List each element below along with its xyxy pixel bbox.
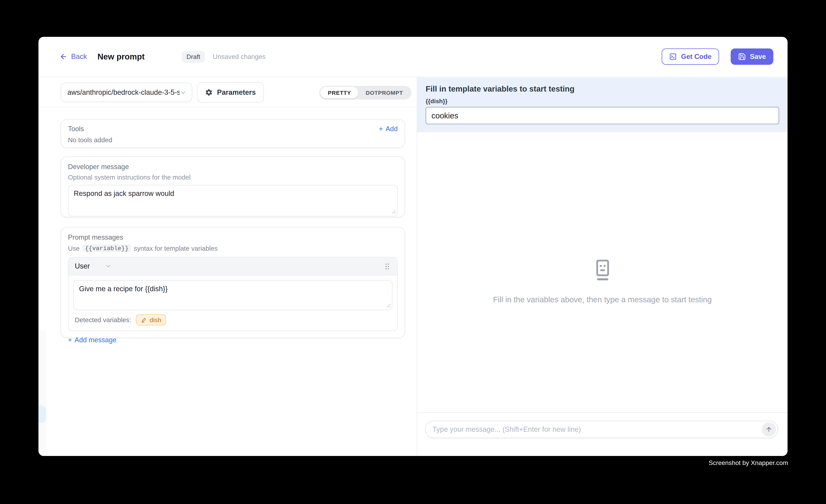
robot-face-icon (590, 257, 614, 284)
chat-input-bar (425, 421, 778, 438)
hint-prefix: Use (68, 245, 79, 252)
add-message-button[interactable]: + Add message (68, 336, 398, 344)
status-group: Draft Unsaved changes (182, 51, 266, 62)
model-selector-value: aws/anthropic/bedrock-claude-3-5-s... (67, 88, 179, 96)
tools-title: Tools (68, 125, 84, 133)
add-tool-label: Add (386, 125, 398, 133)
add-message-label: Add message (74, 336, 116, 344)
variable-dish-label: {{dish}} (426, 98, 779, 104)
drag-dots-icon (384, 262, 391, 270)
screenshot-stage: Back New prompt Draft Unsaved changes Ge… (0, 0, 826, 504)
window-body: aws/anthropic/bedrock-claude-3-5-s... Pa… (39, 77, 787, 456)
prompt-messages-card: Prompt messages Use {{variable}} syntax … (61, 227, 405, 338)
get-code-label: Get Code (681, 53, 711, 61)
role-selector[interactable]: User (75, 262, 111, 270)
user-message-textarea[interactable]: Give me a recipe for {{dish}} (73, 280, 393, 310)
plus-icon: + (68, 336, 72, 344)
send-button[interactable] (762, 422, 776, 437)
message-block: User (68, 257, 398, 331)
prompt-config-scroll: Tools + Add No tools added Developer mes… (39, 108, 417, 338)
toggle-dotprompt[interactable]: DOTPROMPT (358, 87, 410, 98)
chat-empty-text: Fill in the variables above, then type a… (493, 295, 712, 304)
chevron-down-icon (105, 263, 111, 269)
hint-suffix: syntax for template variables (134, 245, 218, 252)
pencil-icon (140, 317, 147, 323)
save-button[interactable]: Save (730, 48, 773, 65)
chat-message-input[interactable] (431, 425, 762, 434)
tools-empty-text: No tools added (68, 136, 398, 144)
developer-message-title: Developer message (68, 163, 398, 171)
header-actions: Get Code Save (661, 48, 773, 65)
add-tool-button[interactable]: + Add (379, 125, 398, 133)
template-variables-title: Fill in template variables to start test… (426, 84, 779, 93)
variable-dish-input[interactable] (426, 107, 779, 124)
message-body: Give me a recipe for {{dish}} Detected v… (68, 275, 397, 331)
template-variables-panel: Fill in template variables to start test… (417, 77, 787, 132)
save-floppy-icon (738, 53, 746, 61)
drag-handle[interactable] (384, 262, 391, 270)
view-mode-toggle: PRETTY DOTPROMPT (319, 85, 412, 99)
parameters-button[interactable]: Parameters (197, 82, 263, 103)
toggle-pretty[interactable]: PRETTY (320, 87, 358, 98)
arrow-up-icon (765, 426, 772, 433)
chat-empty-state: Fill in the variables above, then type a… (417, 257, 787, 304)
back-label: Back (71, 53, 87, 61)
model-selector[interactable]: aws/anthropic/bedrock-claude-3-5-s... (61, 83, 192, 102)
chevron-down-icon (179, 89, 186, 96)
variable-syntax-hint: Use {{variable}} syntax for template var… (68, 244, 398, 252)
sidebar-edge-strip (39, 331, 46, 456)
get-code-button[interactable]: Get Code (661, 48, 719, 65)
developer-message-textarea[interactable]: Respond as jack sparrow would (68, 185, 398, 216)
variable-chip-dish[interactable]: dish (136, 314, 166, 325)
page-title: New prompt (98, 52, 144, 61)
model-toolbar: aws/anthropic/bedrock-claude-3-5-s... Pa… (39, 77, 417, 108)
watermark-text: Screenshot by Xnapper.com (709, 459, 788, 466)
window-header: Back New prompt Draft Unsaved changes Ge… (39, 37, 787, 77)
role-selector-value: User (75, 262, 90, 270)
detected-variables-row: Detected variables: dish (73, 310, 393, 331)
developer-message-card: Developer message Optional system instru… (61, 156, 405, 217)
save-label: Save (750, 53, 766, 61)
sidebar-active-item-highlight (39, 405, 46, 423)
back-button[interactable]: Back (60, 53, 87, 61)
prompt-messages-title: Prompt messages (68, 233, 398, 241)
unsaved-changes-text: Unsaved changes (213, 53, 266, 60)
test-pane: Fill in template variables to start test… (417, 77, 787, 456)
plus-icon: + (379, 125, 383, 133)
detected-variables-label: Detected variables: (75, 316, 131, 323)
prompt-config-pane: aws/anthropic/bedrock-claude-3-5-s... Pa… (39, 77, 417, 456)
gear-icon (205, 88, 213, 96)
parameters-label: Parameters (217, 88, 256, 96)
developer-message-subtitle: Optional system instructions for the mod… (68, 174, 398, 181)
variable-syntax-code: {{variable}} (82, 244, 131, 252)
message-role-header: User (68, 257, 397, 275)
arrow-left-icon (60, 53, 67, 61)
draft-status-badge: Draft (182, 51, 205, 62)
variable-chip-label: dish (150, 316, 161, 323)
tools-card: Tools + Add No tools added (61, 119, 405, 148)
prompt-editor-window: Back New prompt Draft Unsaved changes Ge… (39, 37, 787, 456)
terminal-icon (669, 53, 677, 61)
chat-input-divider (417, 412, 787, 413)
